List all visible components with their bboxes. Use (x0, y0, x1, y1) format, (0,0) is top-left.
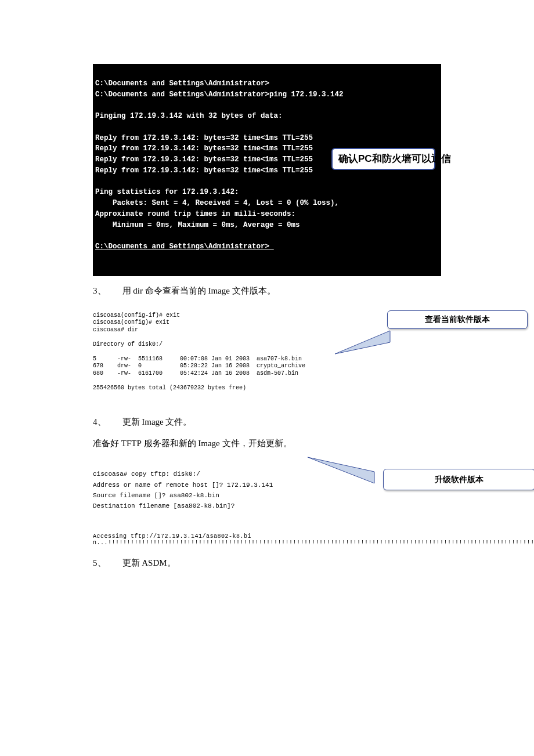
paragraph-prepare-tftp: 准备好 TFTP 服务器和新的 Image 文件，开始更新。 (93, 438, 441, 449)
terminal-ping: C:\Documents and Settings\Administrator>… (93, 64, 441, 276)
word-image: Image (142, 417, 163, 426)
term1-line: C:\Documents and Settings\Administrator> (95, 79, 269, 88)
t2-line: ciscoasa(config-if)# exit (93, 312, 180, 319)
step-text: 。 (167, 558, 176, 567)
t2-blank (93, 377, 96, 384)
word-asdm: ASDM (142, 558, 167, 567)
progress-bangs: !!!!!!!!!!!!!!!!!!!!!!!!!!!!!!!!!!!!!!!!… (108, 540, 534, 546)
svg-marker-1 (308, 457, 374, 483)
term1-line: C:\Documents and Settings\Administrator>… (95, 91, 344, 99)
step-5-heading: 5、更新 ASDM。 (93, 558, 441, 569)
cmd-dir: dir (133, 286, 143, 295)
term1-line: Reply from 172.19.3.142: bytes=32 time<1… (95, 155, 313, 164)
callout-2-wrapper: 查看当前软件版本 (358, 310, 532, 339)
step-text: 更新 (122, 417, 142, 426)
term1-line: Pinging 172.19.3.142 with 32 bytes of da… (95, 112, 283, 120)
callout-arrow-icon (335, 328, 393, 357)
t2-blank (93, 334, 96, 340)
term1-line: C:\Documents and Settings\Administrator>… (95, 243, 274, 251)
t2-line: ciscoasa(config)# exit (93, 319, 169, 325)
step-3-heading: 3、用 dir 命令查看当前的 Image 文件版本。 (93, 285, 441, 296)
t2-line: 678 drw- 0 05:28:22 Jan 16 2008 crypto_a… (93, 363, 305, 369)
term1-line: Minimum = 0ms, Maximum = 0ms, Average = … (95, 221, 300, 229)
step-number: 4、 (93, 417, 106, 426)
word-image: Image (208, 286, 229, 295)
term1-line: Packets: Sent = 4, Received = 4, Lost = … (95, 199, 339, 207)
step-4-heading: 4、更新 Image 文件。 (93, 417, 441, 428)
step-text: 文件。 (164, 417, 192, 426)
para-text: 服务器和新的 (142, 439, 199, 448)
callout-confirm-comm: 确认PC和防火墙可以通信 (331, 148, 435, 170)
term1-line: Ping statistics for 172.19.3.142: (95, 188, 239, 196)
svg-marker-0 (335, 331, 390, 354)
step-text: 文件版本。 (230, 286, 276, 295)
word-tftp: TFTP (121, 439, 142, 448)
term1-line: Reply from 172.19.3.142: bytes=32 time<1… (95, 167, 313, 175)
callout-3-wrapper: 升级软件版本 (337, 451, 534, 494)
t3-line: Source filename []? asa802-k8.bin (93, 492, 219, 499)
term1-line: Reply from 172.19.3.142: bytes=32 time<1… (95, 144, 313, 153)
step-number: 5、 (93, 558, 106, 567)
step-number: 3、 (93, 286, 106, 295)
t3-line: Address or name of remote host []? 172.1… (93, 482, 273, 489)
t2-blank (93, 348, 96, 355)
callout-current-version: 查看当前软件版本 (387, 310, 528, 329)
t2-line: 255426560 bytes total (243679232 bytes f… (93, 385, 246, 391)
terminal-copy-tftp: ciscoasa# copy tftp: disk0:/ Address or … (93, 457, 441, 533)
tftp-progress: Accessing tftp://172.19.3.141/asa802-k8.… (93, 533, 441, 546)
t2-line: 680 -rw- 6161700 05:42:24 Jan 16 2008 as… (93, 370, 298, 377)
callout-upgrade-version: 升级软件版本 (383, 469, 534, 490)
step-text: 更新 (122, 558, 142, 567)
para-text: 文件，开始更新。 (220, 439, 292, 448)
word-image: Image (198, 439, 219, 448)
t3-line: Destination filename [asa802-k8.bin]? (93, 502, 234, 509)
term1-line: Reply from 172.19.3.142: bytes=32 time<1… (95, 134, 313, 142)
callout-arrow-icon (308, 451, 377, 492)
step-text: 命令查看当前的 (143, 286, 208, 295)
step-text: 用 (122, 286, 134, 295)
t3-line: ciscoasa# copy tftp: disk0:/ (93, 471, 200, 478)
para-text: 准备好 (93, 439, 121, 448)
t2-line: ciscoasa# dir (93, 327, 138, 333)
t2-line: 5 -rw- 5511168 00:07:08 Jan 01 2003 asa7… (93, 356, 302, 362)
t2-line: Directory of disk0:/ (93, 341, 163, 348)
term1-line: Approximate round trip times in milli-se… (95, 210, 295, 218)
terminal-dir: ciscoasa(config-if)# exit ciscoasa(confi… (93, 303, 441, 407)
